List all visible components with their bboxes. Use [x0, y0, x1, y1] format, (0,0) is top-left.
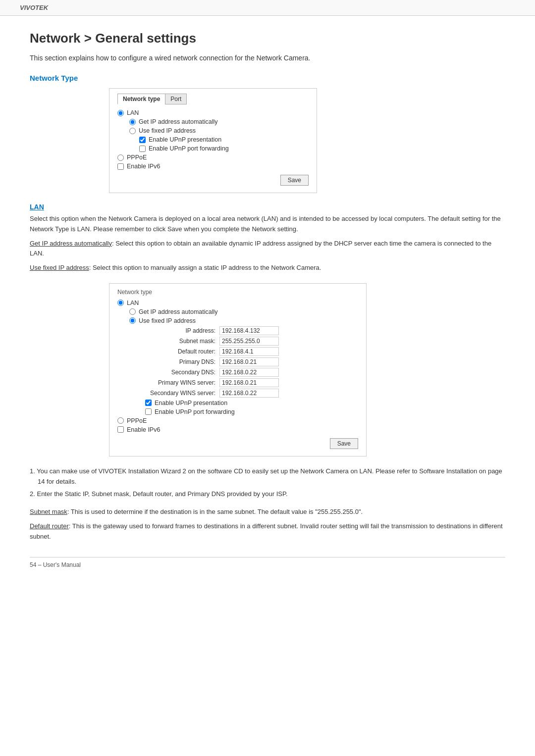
- lan-radio-item-2: LAN: [117, 300, 358, 306]
- save-button-2[interactable]: Save: [330, 438, 358, 449]
- save-row-2: Save: [117, 438, 358, 449]
- field-input[interactable]: [219, 347, 279, 356]
- get-ip-auto-radio-2[interactable]: [129, 308, 136, 315]
- network-type-panel-2: Network type LAN Get IP address automati…: [109, 283, 367, 456]
- get-ip-auto-radio-1[interactable]: [129, 119, 136, 125]
- notes-list: 1. You can make use of VIVOTEK Installat…: [30, 466, 505, 499]
- get-ip-auto-label-1: Get IP address automatically: [139, 118, 218, 125]
- field-input[interactable]: [219, 337, 279, 346]
- subnet-desc: Subnet mask: This is used to determine i…: [30, 507, 505, 517]
- field-label: IP address:: [145, 327, 219, 334]
- upnp-presentation-label-1: Enable UPnP presentation: [149, 136, 221, 143]
- pppoe-label-1: PPPoE: [127, 154, 147, 161]
- field-input[interactable]: [219, 389, 279, 398]
- router-link: Default router: [30, 522, 69, 530]
- subnet-text: : This is used to determine if the desti…: [67, 508, 363, 515]
- pppoe-item-1: PPPoE: [117, 154, 309, 161]
- upnp-presentation-check-2[interactable]: [145, 400, 152, 406]
- field-label: Subnet mask:: [145, 338, 219, 345]
- upnp-presentation-check-1[interactable]: [139, 137, 146, 143]
- brand-name: VIVOTEK: [20, 4, 48, 11]
- upnp-forwarding-label-2: Enable UPnP port forwarding: [155, 408, 235, 415]
- ip-fields-table: IP address:Subnet mask:Default router:Pr…: [145, 326, 358, 398]
- get-ip-auto-label-2: Get IP address automatically: [139, 308, 218, 315]
- field-label: Primary WINS server:: [145, 379, 219, 386]
- ipv6-check-1[interactable]: [117, 163, 124, 170]
- ipv6-item-1: Enable IPv6: [117, 163, 309, 170]
- field-row: Primary DNS:: [145, 357, 358, 366]
- upnp-forwarding-item-2: Enable UPnP port forwarding: [145, 408, 358, 415]
- save-button-1[interactable]: Save: [280, 175, 309, 186]
- ipv6-item-2: Enable IPv6: [117, 426, 358, 433]
- field-row: Default router:: [145, 347, 358, 356]
- get-ip-auto-desc: Get IP address automatically: Select thi…: [30, 239, 505, 259]
- tab-network-type[interactable]: Network type: [117, 94, 165, 104]
- router-desc: Default router: This is the gateway used…: [30, 521, 505, 542]
- use-fixed-ip-radio-2[interactable]: [129, 317, 136, 324]
- pppoe-radio-2[interactable]: [117, 417, 124, 424]
- subnet-link: Subnet mask: [30, 508, 67, 515]
- field-label: Primary DNS:: [145, 358, 219, 365]
- use-fixed-text: : Select this option to manually assign …: [89, 264, 321, 271]
- lan-subtitle: LAN: [30, 203, 505, 211]
- lan-label-1: LAN: [127, 109, 139, 116]
- field-input[interactable]: [219, 378, 279, 387]
- brand-bar: VIVOTEK: [0, 0, 535, 16]
- use-fixed-link: Use fixed IP address: [30, 264, 89, 271]
- lan-label-2: LAN: [127, 300, 139, 306]
- network-type-panel-1: Network type Port LAN Get IP address aut…: [109, 88, 317, 193]
- tab-port[interactable]: Port: [165, 94, 187, 104]
- lan-radio-1[interactable]: [117, 110, 124, 116]
- ipv6-check-2[interactable]: [117, 426, 124, 433]
- field-row: Secondary DNS:: [145, 368, 358, 377]
- pppoe-item-2: PPPoE: [117, 417, 358, 424]
- intro-text: This section explains how to configure a…: [30, 54, 505, 62]
- field-label: Secondary WINS server:: [145, 390, 219, 397]
- upnp-presentation-label-2: Enable UPnP presentation: [155, 400, 227, 406]
- ipv6-label-1: Enable IPv6: [127, 163, 160, 170]
- upnp-forwarding-check-1[interactable]: [139, 146, 146, 152]
- get-ip-auto-link: Get IP address automatically: [30, 240, 112, 247]
- lan-radio-2[interactable]: [117, 300, 124, 306]
- ipv6-label-2: Enable IPv6: [127, 426, 160, 433]
- note-1: 1. You can make use of VIVOTEK Installat…: [30, 466, 505, 487]
- upnp-forwarding-item-1: Enable UPnP port forwarding: [139, 145, 309, 152]
- field-input[interactable]: [219, 357, 279, 366]
- lan-radio-item-1: LAN: [117, 109, 309, 116]
- use-fixed-ip-label-1: Use fixed IP address: [139, 127, 196, 134]
- use-fixed-ip-label-2: Use fixed IP address: [139, 317, 196, 324]
- field-label: Default router:: [145, 348, 219, 355]
- use-fixed-ip-item-2: Use fixed IP address: [129, 317, 358, 324]
- use-fixed-ip-radio-1[interactable]: [129, 128, 136, 134]
- lan-body-section: LAN Select this option when the Network …: [30, 203, 505, 273]
- use-fixed-ip-item-1: Use fixed IP address: [129, 127, 309, 134]
- field-input[interactable]: [219, 326, 279, 335]
- pppoe-radio-1[interactable]: [117, 154, 124, 161]
- upnp-presentation-item-2: Enable UPnP presentation: [145, 400, 358, 406]
- field-input[interactable]: [219, 368, 279, 377]
- tab-bar: Network type Port: [117, 94, 309, 104]
- note-2: 2. Enter the Static IP, Subnet mask, Def…: [30, 489, 505, 500]
- field-row: Primary WINS server:: [145, 378, 358, 387]
- field-label: Secondary DNS:: [145, 369, 219, 376]
- upnp-forwarding-check-2[interactable]: [145, 408, 152, 415]
- panel2-section-title: Network type: [117, 289, 358, 296]
- router-text: : This is the gateway used to forward fr…: [30, 522, 503, 540]
- use-fixed-desc: Use fixed IP address: Select this option…: [30, 263, 505, 273]
- network-type-section-title: Network Type: [30, 74, 505, 82]
- get-ip-auto-item-1: Get IP address automatically: [129, 118, 309, 125]
- lan-text-1: Select this option when the Network Came…: [30, 214, 505, 235]
- upnp-presentation-item-1: Enable UPnP presentation: [139, 136, 309, 143]
- field-row: Subnet mask:: [145, 337, 358, 346]
- page-title: Network > General settings: [30, 31, 505, 46]
- upnp-forwarding-label-1: Enable UPnP port forwarding: [149, 145, 229, 152]
- field-row: IP address:: [145, 326, 358, 335]
- save-row-1: Save: [117, 175, 309, 186]
- field-row: Secondary WINS server:: [145, 389, 358, 398]
- footer: 54 – User's Manual: [30, 557, 505, 568]
- pppoe-label-2: PPPoE: [127, 417, 147, 424]
- get-ip-auto-item-2: Get IP address automatically: [129, 308, 358, 315]
